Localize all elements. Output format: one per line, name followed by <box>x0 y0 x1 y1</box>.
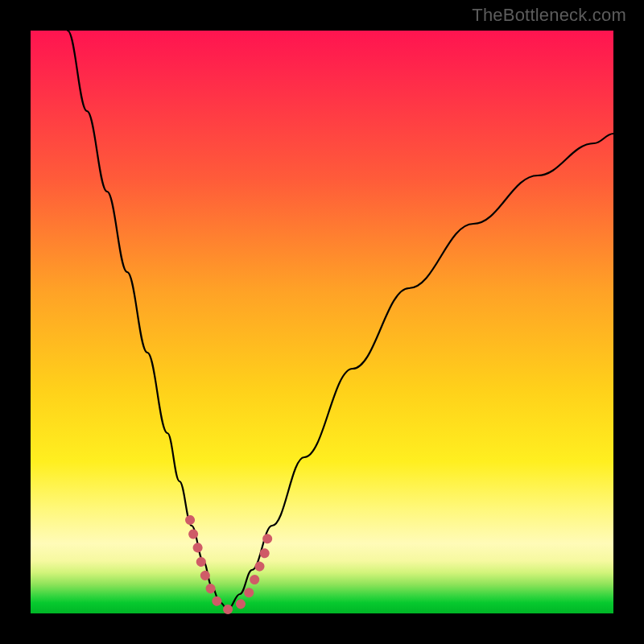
plot-area <box>31 31 613 613</box>
curve-left <box>68 31 228 609</box>
curve-right <box>228 134 613 609</box>
watermark-text: TheBottleneck.com <box>472 5 626 26</box>
curve-layer <box>31 31 613 613</box>
chart-frame: TheBottleneck.com <box>0 0 644 644</box>
curve-highlight <box>190 520 269 609</box>
